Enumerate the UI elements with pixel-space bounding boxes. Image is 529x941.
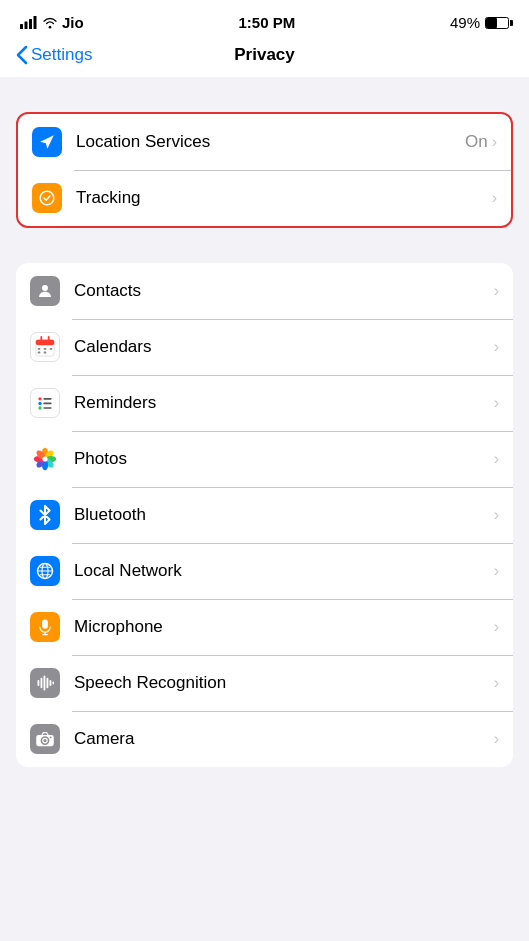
contacts-row[interactable]: Contacts › <box>16 263 513 319</box>
svg-rect-13 <box>44 352 47 354</box>
location-services-label: Location Services <box>76 132 465 152</box>
globe-icon <box>36 562 54 580</box>
microphone-label: Microphone <box>74 617 494 637</box>
camera-symbol-icon <box>35 731 55 747</box>
back-chevron-icon <box>16 45 28 65</box>
carrier-signal: Jio <box>20 14 84 31</box>
svg-rect-0 <box>20 24 23 29</box>
local-network-label: Local Network <box>74 561 494 581</box>
bluetooth-chevron-area: › <box>494 506 499 524</box>
camera-row[interactable]: Camera › <box>16 711 513 767</box>
microphone-symbol-icon <box>38 617 52 637</box>
svg-rect-10 <box>44 348 47 350</box>
calendars-icon <box>30 332 60 362</box>
waveform-icon <box>36 674 54 692</box>
svg-rect-37 <box>38 680 40 686</box>
local-network-row[interactable]: Local Network › <box>16 543 513 599</box>
reminders-icon <box>30 388 60 418</box>
svg-rect-42 <box>53 682 55 685</box>
contacts-chevron-area: › <box>494 282 499 300</box>
contacts-icon <box>30 276 60 306</box>
camera-chevron-area: › <box>494 730 499 748</box>
calendars-calendar-icon <box>34 336 56 358</box>
signal-icon <box>20 16 38 29</box>
bluetooth-chevron: › <box>494 506 499 524</box>
calendars-chevron: › <box>494 338 499 356</box>
bluetooth-row[interactable]: Bluetooth › <box>16 487 513 543</box>
svg-rect-2 <box>29 19 32 29</box>
speech-recognition-chevron-area: › <box>494 674 499 692</box>
tracking-row[interactable]: Tracking › <box>18 170 511 226</box>
privacy-permissions-group: Contacts › Calendars › <box>16 263 513 767</box>
camera-icon <box>30 724 60 754</box>
microphone-icon <box>30 612 60 642</box>
tracking-chevron-area: › <box>492 189 497 207</box>
tracking-symbol-icon <box>38 189 56 207</box>
tracking-label: Tracking <box>76 188 492 208</box>
photos-chevron-area: › <box>494 450 499 468</box>
svg-rect-38 <box>41 678 43 689</box>
status-time: 1:50 PM <box>238 14 295 31</box>
location-services-status: On <box>465 132 488 152</box>
bluetooth-icon <box>30 500 60 530</box>
location-services-value: On › <box>465 132 497 152</box>
carrier-name: Jio <box>62 14 84 31</box>
status-bar: Jio 1:50 PM 49% <box>0 0 529 39</box>
photos-icon <box>30 444 60 474</box>
location-services-row[interactable]: Location Services On › <box>18 114 511 170</box>
photos-chevron: › <box>494 450 499 468</box>
svg-point-46 <box>50 736 52 738</box>
svg-rect-9 <box>38 348 41 350</box>
location-services-icon <box>32 127 62 157</box>
speech-recognition-label: Speech Recognition <box>74 673 494 693</box>
location-services-chevron: › <box>492 133 497 151</box>
svg-rect-39 <box>44 676 46 691</box>
back-button[interactable]: Settings <box>16 45 92 65</box>
svg-rect-7 <box>40 336 42 342</box>
svg-rect-19 <box>43 407 51 409</box>
photos-row[interactable]: Photos › <box>16 431 513 487</box>
microphone-row[interactable]: Microphone › <box>16 599 513 655</box>
svg-rect-6 <box>36 340 54 346</box>
local-network-chevron-area: › <box>494 562 499 580</box>
reminders-label: Reminders <box>74 393 494 413</box>
svg-point-16 <box>38 402 41 405</box>
svg-rect-11 <box>50 348 53 350</box>
bluetooth-label: Bluetooth <box>74 505 494 525</box>
calendars-label: Calendars <box>74 337 494 357</box>
privacy-top-group: Location Services On › Tracking › <box>16 112 513 228</box>
local-network-chevron: › <box>494 562 499 580</box>
tracking-icon <box>32 183 62 213</box>
svg-rect-40 <box>47 678 49 689</box>
svg-rect-34 <box>42 619 48 628</box>
speech-recognition-chevron: › <box>494 674 499 692</box>
svg-point-14 <box>38 397 41 400</box>
contacts-label: Contacts <box>74 281 494 301</box>
reminders-chevron-area: › <box>494 394 499 412</box>
reminders-list-icon <box>35 393 55 413</box>
svg-rect-12 <box>38 352 41 354</box>
microphone-chevron: › <box>494 618 499 636</box>
reminders-row[interactable]: Reminders › <box>16 375 513 431</box>
photos-label: Photos <box>74 449 494 469</box>
battery-icon <box>485 17 509 29</box>
calendars-row[interactable]: Calendars › <box>16 319 513 375</box>
speech-recognition-row[interactable]: Speech Recognition › <box>16 655 513 711</box>
back-label: Settings <box>31 45 92 65</box>
svg-rect-1 <box>25 22 28 30</box>
bluetooth-symbol-icon <box>38 505 52 525</box>
svg-rect-41 <box>50 680 52 686</box>
wifi-icon <box>42 16 58 29</box>
camera-label: Camera <box>74 729 494 749</box>
speech-recognition-icon <box>30 668 60 698</box>
location-arrow-icon <box>38 133 56 151</box>
battery-area: 49% <box>450 14 509 31</box>
nav-bar: Settings Privacy <box>0 39 529 77</box>
contacts-chevron: › <box>494 282 499 300</box>
battery-percent: 49% <box>450 14 480 31</box>
calendars-chevron-area: › <box>494 338 499 356</box>
svg-rect-3 <box>34 16 37 29</box>
page-title: Privacy <box>234 45 295 65</box>
svg-point-18 <box>38 406 41 409</box>
svg-point-45 <box>43 739 46 742</box>
